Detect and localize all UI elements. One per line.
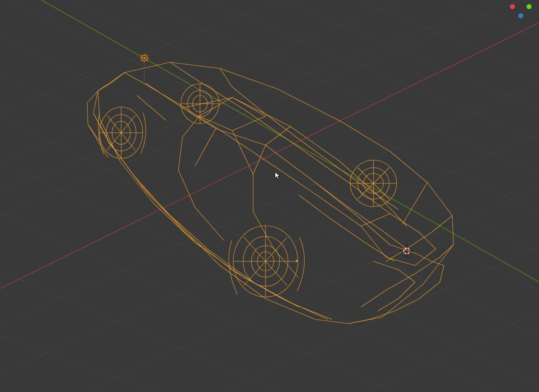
nav-axis-x[interactable] [510,4,515,9]
nav-axis-z[interactable] [518,13,523,18]
3d-viewport[interactable] [0,0,539,392]
nav-axis-y[interactable] [527,4,532,9]
object-origin [296,260,298,262]
wireframe-mesh[interactable] [0,0,539,392]
nav-gizmo[interactable] [509,3,534,20]
